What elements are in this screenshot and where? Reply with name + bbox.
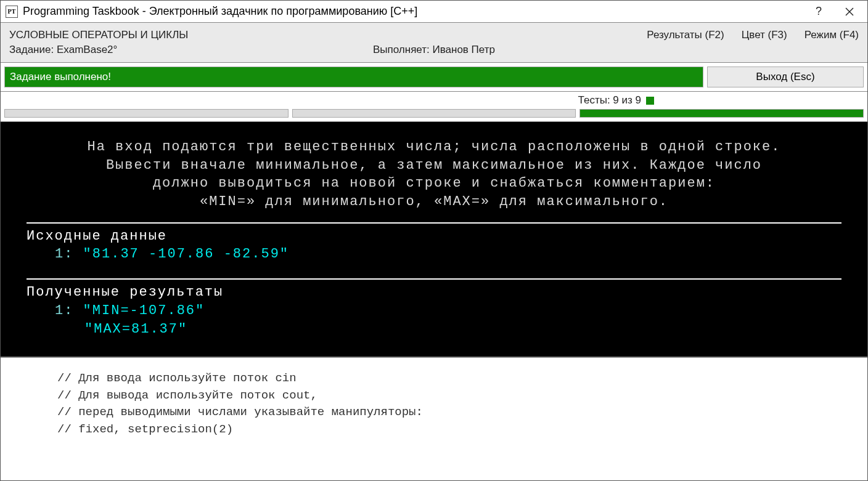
code-hint-panel: // Для ввода используйте поток cin // Дл… <box>1 358 867 480</box>
app-window: PT Programming Taskbook - Электронный за… <box>0 0 868 481</box>
topic-label: УСЛОВНЫЕ ОПЕРАТОРЫ И ЦИКЛЫ <box>9 29 373 41</box>
menu-results[interactable]: Результаты (F2) <box>647 29 724 41</box>
test-status-indicator <box>646 97 654 105</box>
code-comment: // Для ввода используйте поток cin <box>57 370 867 387</box>
line-number: 1: <box>55 246 73 262</box>
desc-line: должно выводиться на новой строке и снаб… <box>27 174 841 193</box>
progress-segment-2 <box>292 109 576 118</box>
progress-segment-3 <box>579 109 864 118</box>
output-data-line: "MAX=81.37" <box>27 320 841 339</box>
task-description: На вход подаются три вещественных числа;… <box>27 138 841 211</box>
code-comment: // fixed, setprecision(2) <box>57 421 867 439</box>
header-menu: Результаты (F2) Цвет (F3) Режим (F4) <box>495 29 859 41</box>
titlebar: PT Programming Taskbook - Электронный за… <box>1 1 867 23</box>
exit-button[interactable]: Выход (Esc) <box>707 67 864 87</box>
window-title: Programming Taskbook - Электронный задач… <box>23 5 803 18</box>
app-icon: PT <box>6 6 18 18</box>
help-button[interactable]: ? <box>803 2 834 22</box>
tests-row: Тесты: 9 из 9 <box>1 92 867 122</box>
input-section-title: Исходные данные <box>27 227 841 246</box>
close-button[interactable] <box>834 2 865 22</box>
console-panel: На вход подаются три вещественных числа;… <box>1 122 867 358</box>
output-section-title: Полученные результаты <box>27 283 841 302</box>
status-message: Задание выполнено! <box>4 67 703 87</box>
desc-line: На вход подаются три вещественных числа;… <box>27 138 841 156</box>
window-controls: ? <box>803 2 865 22</box>
status-row: Задание выполнено! Выход (Esc) <box>1 63 867 92</box>
menu-mode[interactable]: Режим (F4) <box>805 29 859 41</box>
header-panel: УСЛОВНЫЕ ОПЕРАТОРЫ И ЦИКЛЫ Результаты (F… <box>1 23 867 63</box>
progress-row <box>4 109 864 118</box>
line-number: 1: <box>55 303 73 318</box>
output-data-line: 1: "MIN=-107.86" <box>27 302 841 320</box>
desc-line: «MIN=» для минимального, «MAX=» для макс… <box>27 193 841 211</box>
desc-line: Вывести вначале минимальное, а затем мак… <box>27 156 841 175</box>
divider <box>27 222 841 224</box>
code-comment: // Для вывода используйте поток cout, <box>57 387 867 405</box>
code-comment: // перед выводимыми числами указывайте м… <box>57 404 867 421</box>
performer-label: Выполняет: Иванов Петр <box>373 44 495 56</box>
output-value: "MIN=-107.86" <box>83 303 205 318</box>
tests-label: Тесты: 9 из 9 <box>578 94 641 107</box>
close-icon <box>845 7 854 16</box>
menu-color[interactable]: Цвет (F3) <box>742 29 787 41</box>
output-value: "MAX=81.37" <box>84 321 187 337</box>
input-value: "81.37 -107.86 -82.59" <box>83 246 289 262</box>
divider <box>27 278 841 280</box>
progress-segment-1 <box>4 109 289 118</box>
input-data-line: 1: "81.37 -107.86 -82.59" <box>27 245 841 264</box>
task-label: Задание: ExamBase2° <box>9 44 373 56</box>
tests-label-row: Тесты: 9 из 9 <box>4 94 864 107</box>
